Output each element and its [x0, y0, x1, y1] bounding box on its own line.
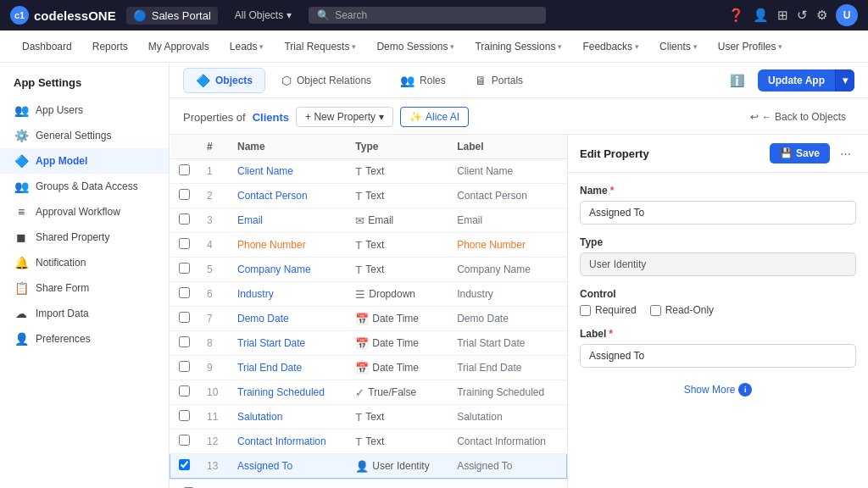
prop-name-cell[interactable]: Assigned To	[229, 454, 347, 479]
global-search-box: 🔍	[309, 7, 546, 24]
menu-item-user-profiles[interactable]: User Profiles ▾	[709, 37, 792, 56]
table-row[interactable]: 11 Salutation T Text Salutation	[170, 405, 567, 430]
table-row[interactable]: 13 Assigned To 👤 User Identity Assigned …	[170, 454, 567, 479]
row-checkbox[interactable]	[179, 459, 190, 470]
type-icon: T	[355, 435, 362, 448]
table-row[interactable]: 1 Client Name T Text Client Name	[170, 159, 567, 184]
sidebar-item-app-model[interactable]: 🔷 App Model	[0, 148, 169, 174]
update-app-dropdown-icon[interactable]: ▾	[835, 69, 854, 92]
tab-portals[interactable]: 🖥 Portals	[462, 68, 536, 93]
contacts-icon[interactable]: 👤	[753, 8, 769, 23]
new-property-button[interactable]: + New Property ▾	[296, 107, 393, 127]
table-row[interactable]: 10 Training Scheduled ✓ True/False Train…	[170, 380, 567, 405]
sidebar-item-general-settings[interactable]: ⚙️ General Settings	[0, 123, 169, 148]
prop-name-cell[interactable]: Trial Start Date	[229, 331, 347, 356]
row-checkbox[interactable]	[179, 238, 190, 249]
row-checkbox[interactable]	[179, 263, 190, 274]
import-data-icon: ☁	[14, 307, 29, 320]
menu-item-reports[interactable]: Reports	[84, 37, 136, 56]
prop-name-cell[interactable]: Email	[229, 208, 347, 233]
tab-roles[interactable]: 👥 Roles	[387, 68, 459, 93]
type-icon-cell: 📅 Date Time	[355, 337, 419, 350]
tab-object-relations[interactable]: ⬡ Object Relations	[269, 68, 384, 93]
more-options-button[interactable]: ⋯	[835, 146, 856, 162]
menu-item-feedbacks[interactable]: Feedbacks ▾	[574, 37, 648, 56]
prop-name-cell[interactable]: Trial End Date	[229, 356, 347, 380]
sidebar-item-share-form[interactable]: 📋 Share Form	[0, 275, 169, 301]
menu-item-dashboard[interactable]: Dashboard	[14, 37, 81, 56]
properties-object-name[interactable]: Clients	[253, 111, 289, 124]
sidebar-item-groups-data-access[interactable]: 👥 Groups & Data Access	[0, 174, 169, 199]
show-more-link[interactable]: Show More i	[580, 380, 856, 400]
row-checkbox[interactable]	[179, 214, 190, 225]
app-users-icon: 👥	[14, 103, 29, 117]
app-name-badge[interactable]: 🔵 Sales Portal	[126, 7, 218, 25]
history-icon[interactable]: ↺	[797, 8, 808, 23]
menu-item-trial-requests[interactable]: Trial Requests ▾	[275, 37, 364, 56]
label-input[interactable]	[580, 344, 856, 368]
table-row[interactable]: 12 Contact Information T Text Contact In…	[170, 430, 567, 454]
apps-icon[interactable]: ⊞	[777, 8, 788, 23]
table-row[interactable]: 3 Email ✉ Email Email	[170, 208, 567, 233]
control-row: Required Read-Only	[580, 304, 856, 316]
table-row[interactable]: 8 Trial Start Date 📅 Date Time Trial Sta…	[170, 331, 567, 356]
all-objects-caret: ▾	[287, 9, 292, 21]
readonly-checkbox[interactable]	[650, 305, 661, 316]
table-row[interactable]: 9 Trial End Date 📅 Date Time Trial End D…	[170, 356, 567, 380]
help-icon[interactable]: ❓	[728, 8, 744, 23]
update-app-button[interactable]: Update App ▾	[758, 69, 854, 92]
tab-objects[interactable]: 🔷 Objects	[183, 68, 265, 93]
save-button[interactable]: 💾 Save	[770, 143, 830, 164]
row-checkbox[interactable]	[179, 189, 190, 200]
sidebar-item-shared-property[interactable]: ◼ Shared Property	[0, 225, 169, 250]
name-input[interactable]	[580, 201, 856, 225]
type-icon-cell: ✉ Email	[355, 214, 393, 227]
type-field-group: Type	[580, 236, 856, 276]
row-checkbox[interactable]	[179, 312, 190, 323]
sidebar-item-app-users[interactable]: 👥 App Users	[0, 97, 169, 123]
settings-icon[interactable]: ⚙	[816, 8, 827, 23]
prop-name-cell[interactable]: Salutation	[229, 405, 347, 430]
menu-item-clients[interactable]: Clients ▾	[651, 37, 706, 56]
search-icon: 🔍	[317, 9, 330, 21]
prop-name-cell[interactable]: Demo Date	[229, 307, 347, 331]
menu-item-approvals[interactable]: My Approvals	[140, 37, 218, 56]
prop-type-cell: 📅 Date Time	[347, 356, 448, 380]
prop-name-cell[interactable]: Client Name	[229, 159, 347, 184]
table-row[interactable]: 6 Industry ☰ Dropdown Industry	[170, 282, 567, 307]
prop-name-cell[interactable]: Industry	[229, 282, 347, 307]
table-row[interactable]: 7 Demo Date 📅 Date Time Demo Date	[170, 307, 567, 331]
sidebar-item-preferences[interactable]: 👤 Preferences	[0, 326, 169, 352]
prop-name-cell[interactable]: Training Scheduled	[229, 380, 347, 405]
menu-item-training-sessions[interactable]: Training Sessions ▾	[466, 37, 570, 56]
properties-prefix: Properties of	[183, 111, 246, 124]
row-checkbox[interactable]	[179, 410, 190, 421]
sidebar-item-import-data[interactable]: ☁ Import Data	[0, 301, 169, 326]
sidebar-item-notification[interactable]: 🔔 Notification	[0, 250, 169, 275]
row-checkbox[interactable]	[179, 336, 190, 347]
trial-requests-caret: ▾	[352, 42, 356, 51]
back-to-objects-button[interactable]: ↩ ← Back to Objects	[742, 108, 854, 126]
table-row[interactable]: 4 Phone Number T Text Phone Number	[170, 233, 567, 258]
all-objects-dropdown[interactable]: All Objects ▾	[228, 7, 298, 24]
prop-name-cell[interactable]: Company Name	[229, 258, 347, 282]
search-input[interactable]	[335, 9, 537, 21]
user-avatar[interactable]: U	[836, 4, 858, 26]
prop-name-cell[interactable]: Phone Number	[229, 233, 347, 258]
required-checkbox[interactable]	[580, 305, 591, 316]
row-checkbox[interactable]	[179, 164, 190, 175]
menu-item-leads[interactable]: Leads ▾	[221, 37, 273, 56]
row-checkbox[interactable]	[179, 435, 190, 446]
type-icon: T	[355, 165, 362, 178]
row-checkbox[interactable]	[179, 287, 190, 298]
sidebar-item-approval-workflow[interactable]: ≡ Approval Workflow	[0, 199, 169, 225]
prop-name-cell[interactable]: Contact Information	[229, 430, 347, 454]
tab-info-icon[interactable]: ℹ️	[730, 74, 744, 87]
prop-name-cell[interactable]: Contact Person	[229, 184, 347, 208]
alice-ai-button[interactable]: ✨ Alice AI	[400, 107, 469, 127]
table-row[interactable]: 5 Company Name T Text Company Name	[170, 258, 567, 282]
menu-item-demo-sessions[interactable]: Demo Sessions ▾	[368, 37, 463, 56]
table-row[interactable]: 2 Contact Person T Text Contact Person	[170, 184, 567, 208]
row-checkbox[interactable]	[179, 385, 190, 396]
row-checkbox[interactable]	[179, 361, 190, 372]
